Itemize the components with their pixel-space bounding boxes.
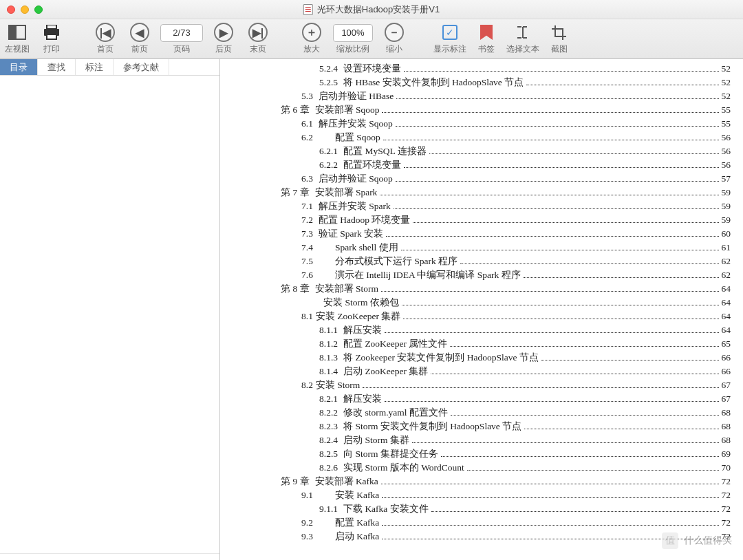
toc-page: 64: [722, 296, 731, 310]
zoom-value-input[interactable]: 100%: [333, 24, 373, 42]
toc-entry[interactable]: 8.2.1解压安装67: [239, 392, 731, 406]
toc-leader-dots: [524, 429, 718, 429]
toc-entry[interactable]: 5.2.4设置环境变量52: [239, 62, 731, 76]
tab-annotations[interactable]: 标注: [76, 59, 114, 75]
toc-entry[interactable]: 9.1安装 Kafka72: [239, 488, 731, 502]
toc-leader-dots: [381, 291, 719, 292]
toc-number: 7.2: [301, 213, 313, 227]
sidepanel-icon: [8, 25, 26, 40]
toc-entry[interactable]: 8.2.4启动 Storm 集群68: [239, 433, 731, 447]
toc-leader-dots: [441, 456, 719, 457]
left-view-button[interactable]: 左视图: [0, 22, 34, 55]
tab-toc[interactable]: 目录: [0, 59, 38, 75]
toc-entry[interactable]: 7.3验证 Spark 安装60: [239, 227, 731, 241]
toc-leader-dots: [450, 346, 718, 347]
toc-leader-dots: [363, 387, 718, 388]
toc-entry[interactable]: 9.2配置 Kafka72: [239, 516, 731, 530]
toc-entry[interactable]: 7.6演示在 Intellij IDEA 中编写和编译 Spark 程序62: [239, 268, 731, 282]
zoom-in-button[interactable]: ＋ 放大: [294, 22, 329, 55]
toc-entry[interactable]: 安装 Storm 依赖包64: [239, 296, 731, 310]
maximize-window-button[interactable]: [34, 6, 43, 14]
toc-entry[interactable]: 8.1.1解压安装64: [239, 323, 731, 337]
watermark: 值 什么值得买: [662, 532, 732, 549]
select-text-button[interactable]: 选择文本: [504, 22, 542, 55]
toc-entry[interactable]: 7.2配置 Hadoop 环境变量59: [239, 213, 731, 227]
first-page-icon: |◀: [96, 23, 115, 42]
toc-entry[interactable]: 第 9 章安装部署 Kafka72: [239, 475, 731, 488]
toc-page: 55: [722, 103, 731, 117]
toc-number: 第 7 章: [281, 186, 310, 200]
toc-number: 7.3: [301, 227, 313, 241]
toc-entry[interactable]: 8.1.2配置 ZooKeeper 属性文件65: [239, 337, 731, 351]
toc-entry[interactable]: 5.2.5将 HBase 安装文件复制到 HadoopSlave 节点52: [239, 76, 731, 89]
toc-entry[interactable]: 8.2.5向 Storm 集群提交任务69: [239, 447, 731, 461]
toc-title: 启动 Storm 集群: [343, 433, 409, 447]
bookmark-button[interactable]: 书签: [469, 22, 504, 55]
toc-entry[interactable]: 8.1.4启动 ZooKeeper 集群66: [239, 365, 731, 378]
next-page-button[interactable]: ▶ 后页: [206, 22, 241, 55]
toc-page: 52: [722, 89, 731, 103]
toc-page: 57: [722, 172, 731, 186]
toc-number: 8.1.1: [319, 323, 338, 337]
toc-entry[interactable]: 8.2.6实现 Storm 版本的 WordCount70: [239, 461, 731, 475]
toc-leader-dots: [396, 181, 719, 182]
toc-page: 66: [722, 365, 731, 378]
toc-entry[interactable]: 6.3启动并验证 Sqoop57: [239, 172, 731, 186]
show-annotation-button[interactable]: ✓ 显示标注: [431, 22, 469, 55]
toc-entry[interactable]: 8.1安装 ZooKeeper 集群64: [239, 310, 731, 323]
toc-page: 64: [722, 282, 731, 296]
sidebar-tabs: 目录 查找 标注 参考文献: [0, 59, 219, 76]
sidebar: 目录 查找 标注 参考文献: [0, 59, 220, 560]
toc-page: 72: [722, 516, 731, 530]
toc-entry[interactable]: 6.2.1配置 MySQL 连接器56: [239, 144, 731, 158]
toc-page: 56: [722, 158, 731, 172]
document-viewport[interactable]: 5.2.4设置环境变量525.2.5将 HBase 安装文件复制到 Hadoop…: [220, 59, 743, 560]
close-window-button[interactable]: [7, 6, 15, 14]
toc-title: 安装 Kafka: [335, 488, 379, 502]
toc-entry[interactable]: 6.2.2配置环境变量56: [239, 158, 731, 172]
toc-page: 52: [722, 76, 731, 89]
toc-entry[interactable]: 8.2.2修改 storm.yaml 配置文件68: [239, 406, 731, 420]
tab-references[interactable]: 参考文献: [114, 59, 169, 75]
watermark-text: 什么值得买: [684, 535, 732, 547]
toc-entry[interactable]: 9.1.1下载 Kafka 安装文件72: [239, 502, 731, 516]
toc-entry[interactable]: 9.3启动 Kafka72: [239, 530, 731, 543]
toc-title: 演示在 Intellij IDEA 中编写和编译 Spark 程序: [335, 268, 521, 282]
print-button[interactable]: 打印: [34, 22, 69, 55]
toc-entry[interactable]: 第 7 章安装部署 Spark59: [239, 186, 731, 200]
toc-title: 配置 MySQL 连接器: [343, 144, 427, 158]
toc-entry[interactable]: 6.2配置 Sqoop56: [239, 131, 731, 144]
toc-leader-dots: [413, 222, 718, 223]
zoom-out-button[interactable]: － 缩小: [377, 22, 411, 55]
toc-number: 6.3: [301, 172, 313, 186]
crop-button[interactable]: 截图: [542, 22, 577, 55]
toc-entry[interactable]: 8.2.3将 Storm 安装文件复制到 HadoopSlave 节点68: [239, 420, 731, 433]
toc-title: 安装 Storm 依赖包: [323, 296, 399, 310]
toc-entry[interactable]: 7.5分布式模式下运行 Spark 程序62: [239, 255, 731, 268]
toc-entry[interactable]: 7.4Spark shell 使用61: [239, 241, 731, 255]
toc-title: 实现 Storm 版本的 WordCount: [343, 461, 464, 475]
first-page-button[interactable]: |◀ 首页: [88, 22, 122, 55]
toc-entry[interactable]: 7.1解压并安装 Spark59: [239, 200, 731, 213]
page-number-input[interactable]: 2/73: [160, 24, 203, 42]
toc-entry[interactable]: 8.1.3将 Zookeeper 安装文件复制到 HadoopSlave 节点6…: [239, 351, 731, 365]
toc-entry[interactable]: 第 8 章安装部署 Storm64: [239, 282, 731, 296]
toc-title: 启动 Kafka: [335, 530, 379, 543]
toc-entry[interactable]: 第 6 章安装部署 Sqoop55: [239, 103, 731, 117]
last-page-button[interactable]: ▶| 末页: [241, 22, 275, 55]
toc-title: 向 Storm 集群提交任务: [343, 447, 438, 461]
minimize-window-button[interactable]: [21, 6, 29, 14]
toc-title: 安装部署 Sqoop: [315, 103, 380, 117]
toc-number: 8.2: [301, 378, 313, 392]
toc-entry[interactable]: 6.1解压并安装 Sqoop55: [239, 117, 731, 131]
zoom-out-icon: －: [385, 23, 404, 42]
toc-number: 7.5: [301, 255, 313, 268]
last-page-icon: ▶|: [248, 23, 268, 42]
toc-number: 9.1.1: [319, 502, 338, 516]
prev-page-button[interactable]: ◀ 前页: [122, 22, 157, 55]
toc-entry[interactable]: 8.2安装 Storm67: [239, 378, 731, 392]
toc-number: 8.2.4: [319, 433, 338, 447]
prev-page-icon: ◀: [130, 23, 149, 42]
tab-find[interactable]: 查找: [38, 59, 76, 75]
toc-entry[interactable]: 5.3启动并验证 HBase52: [239, 89, 731, 103]
